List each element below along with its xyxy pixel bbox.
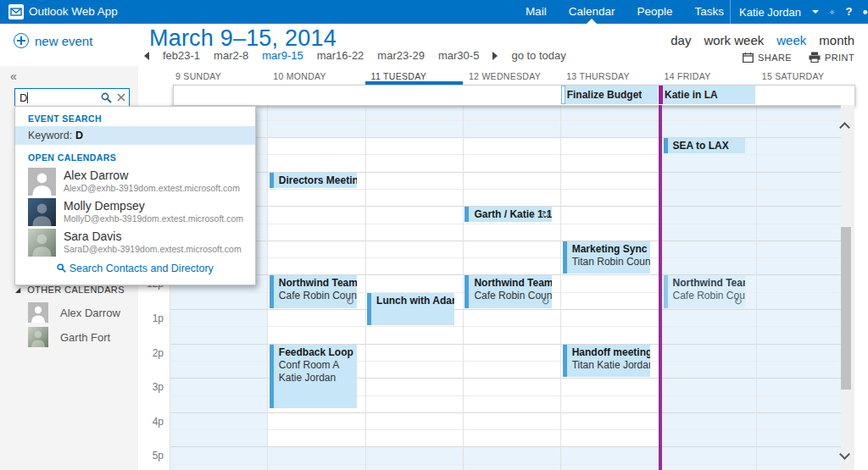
- view-month[interactable]: month: [819, 33, 854, 47]
- all-day-event[interactable]: Katie in LA: [659, 86, 755, 104]
- day-header-6[interactable]: 14 FRIDAY: [665, 71, 711, 81]
- half-hour-gridline: [170, 429, 854, 430]
- week-tab-feb23-1[interactable]: feb23-1: [163, 49, 200, 62]
- contact-email: MollyD@exhb-3919dom.extest.microsoft.com: [64, 213, 243, 224]
- person-silhouette-icon: [28, 198, 56, 226]
- share-button[interactable]: SHARE: [743, 53, 792, 63]
- other-calendars-section-header[interactable]: ◢ OTHER CALENDARS: [15, 285, 125, 295]
- share-print-toolbar: SHARE PRINT: [743, 52, 854, 63]
- event-detail: Cafe Robin Counts: [279, 290, 354, 302]
- contact-suggestion-molly-dempsey[interactable]: Molly DempseyMollyD@exhb-3919dom.extest.…: [28, 197, 244, 228]
- keyword-label: Keyword:: [28, 130, 72, 141]
- event-detail: Titan Katie Jordan: [572, 359, 648, 372]
- time-label: 1p: [138, 312, 164, 324]
- other-calendar-garth-fort[interactable]: Garth Fort: [28, 326, 134, 348]
- hour-gridline: [170, 137, 854, 138]
- keyword-suggestion-row[interactable]: Keyword: D: [15, 126, 255, 145]
- hour-gridline: [170, 241, 854, 241]
- event-northwind-team-lun[interactable]: Northwind Team LunCafe Robin Counts↻: [270, 275, 357, 308]
- recurrence-icon: ↻: [733, 296, 742, 307]
- top-bar: Outlook Web App MailCalendarPeopleTasks …: [0, 0, 868, 24]
- view-week[interactable]: week: [776, 33, 806, 47]
- vertical-scrollbar[interactable]: [841, 105, 854, 470]
- person-silhouette-icon: [28, 168, 56, 196]
- hour-gridline: [170, 446, 854, 447]
- outlook-logo-icon[interactable]: [8, 4, 24, 19]
- search-icon: [57, 263, 66, 273]
- person-silhouette-icon: [28, 327, 48, 347]
- event-handoff-meeting-wit[interactable]: Handoff meeting witTitan Katie Jordan: [563, 345, 650, 378]
- event-title: Lunch with Adam: [376, 295, 452, 307]
- search-directory-link[interactable]: Search Contacts and Directory: [15, 263, 255, 274]
- event-northwind-team-lun[interactable]: Northwind Team LunCafe Robin Counts↻: [664, 275, 745, 308]
- day-header-4[interactable]: 12 WEDNESDAY: [469, 71, 541, 81]
- avatar: [28, 229, 56, 257]
- view-day[interactable]: day: [670, 33, 691, 47]
- week-tab-mar16-22[interactable]: mar16-22: [317, 49, 364, 62]
- scroll-down-icon[interactable]: [839, 449, 850, 460]
- all-day-event[interactable]: Finalize Budget: [561, 86, 658, 104]
- collapse-sidebar-button[interactable]: «: [10, 69, 17, 83]
- user-menu[interactable]: Katie Jordan ?: [730, 0, 868, 24]
- new-event-button[interactable]: new event: [14, 33, 92, 48]
- day-header-7[interactable]: 15 SATURDAY: [762, 71, 825, 81]
- half-hour-gridline: [170, 257, 854, 258]
- event-detail: Cafe Robin Counts: [474, 290, 549, 302]
- time-label: 4p: [138, 416, 164, 428]
- search-icon[interactable]: [101, 92, 112, 103]
- gear-icon[interactable]: [830, 6, 835, 19]
- contact-suggestion-sara-davis[interactable]: Sara DavisSaraD@exhb-3919dom.extest.micr…: [28, 228, 244, 258]
- day-column-divider: [267, 105, 268, 470]
- calendar-search-box[interactable]: [14, 88, 130, 107]
- day-header-3[interactable]: 11 TUESDAY: [371, 71, 426, 81]
- print-button[interactable]: PRINT: [809, 52, 854, 63]
- event-garth-katie-1-1-ka[interactable]: Garth / Katie 1:1 Ka↻: [465, 207, 552, 222]
- day-column-divider: [756, 105, 757, 470]
- event-title: Northwind Team Lun: [673, 277, 743, 290]
- topnav-item-mail[interactable]: Mail: [526, 0, 547, 24]
- week-tab-mar30-5[interactable]: mar30-5: [438, 49, 479, 62]
- event-northwind-team-lun[interactable]: Northwind Team LunCafe Robin Counts↻: [465, 275, 552, 308]
- week-tab-mar9-15[interactable]: mar9-15: [262, 49, 303, 62]
- app-title: Outlook Web App: [29, 5, 118, 18]
- other-calendar-alex-darrow[interactable]: Alex Darrow: [28, 301, 134, 323]
- event-lunch-with-adam[interactable]: Lunch with Adam: [367, 293, 454, 326]
- event-sea-to-lax[interactable]: SEA to LAX: [664, 138, 745, 153]
- search-input[interactable]: [15, 91, 101, 104]
- event-feedback-loop[interactable]: Feedback LoopConf Room AKatie Jordan: [270, 345, 357, 408]
- plus-icon: [14, 33, 29, 48]
- previous-weeks-icon[interactable]: [144, 52, 149, 60]
- day-column-divider: [463, 105, 464, 470]
- view-work-week[interactable]: work week: [704, 33, 764, 47]
- help-icon[interactable]: ?: [846, 0, 853, 24]
- next-weeks-icon[interactable]: [492, 52, 498, 60]
- all-day-event-title: Katie in LA: [659, 89, 718, 101]
- week-tab-mar2-8[interactable]: mar2-8: [214, 49, 248, 62]
- topnav-item-people[interactable]: People: [637, 0, 672, 24]
- day-header-1[interactable]: 9 SUNDAY: [175, 71, 221, 81]
- chevron-down-icon: [812, 10, 819, 14]
- topnav-item-calendar[interactable]: Calendar: [569, 0, 615, 24]
- event-title: Feedback Loop: [279, 346, 354, 359]
- smiley-feedback-icon[interactable]: [863, 6, 868, 19]
- event-directors-meeting[interactable]: Directors Meeting: [270, 173, 357, 188]
- go-to-today-button[interactable]: go to today: [511, 49, 565, 62]
- topnav-item-tasks[interactable]: Tasks: [694, 0, 724, 24]
- avatar: [28, 302, 48, 323]
- scrollbar-thumb[interactable]: [841, 227, 851, 390]
- scroll-up-icon[interactable]: [839, 122, 850, 133]
- day-header-5[interactable]: 13 THURSDAY: [566, 71, 630, 81]
- clear-search-icon[interactable]: [117, 93, 125, 102]
- event-search-section-label: EVENT SEARCH: [28, 113, 102, 124]
- away-status-strip: [659, 86, 663, 104]
- away-day-indicator-line: [659, 105, 662, 470]
- event-marketing-sync[interactable]: Marketing SyncTitan Robin Counts: [563, 241, 650, 274]
- day-header-2[interactable]: 10 MONDAY: [273, 71, 326, 81]
- contact-suggestion-alex-darrow[interactable]: Alex DarrowAlexD@exhb-3919dom.extest.mic…: [28, 167, 244, 197]
- week-tab-strip: feb23-1mar2-8mar9-15mar16-22mar23-29mar3…: [144, 49, 566, 62]
- person-silhouette-icon: [28, 229, 56, 257]
- week-tab-mar23-29[interactable]: mar23-29: [377, 49, 425, 62]
- half-hour-gridline: [170, 154, 854, 155]
- user-name[interactable]: Katie Jordan: [739, 6, 801, 19]
- view-switcher: daywork weekweekmonth: [670, 33, 854, 47]
